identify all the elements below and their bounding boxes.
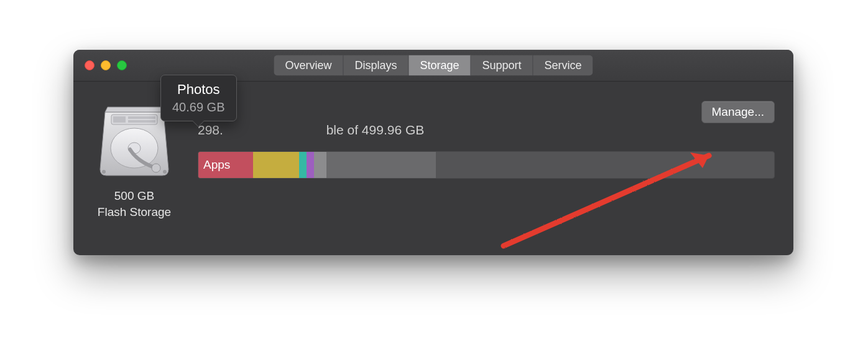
minimize-icon[interactable] <box>101 60 111 70</box>
tooltip-title: Photos <box>172 82 225 98</box>
tab-storage[interactable]: Storage <box>409 55 471 76</box>
volume-name: Mac <box>198 100 775 119</box>
storage-segment-other[interactable] <box>326 152 436 178</box>
storage-segment-apps[interactable]: Apps <box>198 152 253 178</box>
drive-capacity: 500 GB <box>114 189 154 202</box>
manage-button[interactable]: Manage... <box>701 101 775 123</box>
drive-capacity-label: 500 GB Flash Storage <box>85 188 184 220</box>
tooltip-size: 40.69 GB <box>172 100 225 115</box>
drive-type: Flash Storage <box>98 205 171 218</box>
storage-segment-photos[interactable] <box>253 152 299 178</box>
tab-support[interactable]: Support <box>471 55 533 76</box>
about-this-mac-window: OverviewDisplaysStorageSupportService <box>73 50 793 255</box>
volume-available: 298. XXXXXXXXXXX ble of 499.96 GB <box>198 123 775 138</box>
volume-panel: Manage... Mac 298. XXXXXXXXXXX ble of 49… <box>198 100 775 179</box>
storage-bar[interactable]: Apps <box>198 151 775 179</box>
svg-rect-3 <box>128 120 155 123</box>
tab-overview[interactable]: Overview <box>274 55 343 76</box>
tab-service[interactable]: Service <box>533 55 593 76</box>
svg-point-6 <box>152 164 160 172</box>
storage-segment-teal[interactable] <box>299 152 307 178</box>
storage-segment-label: Apps <box>203 158 230 172</box>
storage-segment-system-light[interactable] <box>314 152 326 178</box>
svg-rect-2 <box>128 116 155 119</box>
svg-point-7 <box>102 170 106 174</box>
svg-rect-1 <box>113 116 126 123</box>
content-area: 500 GB Flash Storage Manage... Mac 298. … <box>73 81 793 255</box>
zoom-icon[interactable] <box>117 60 127 70</box>
svg-point-8 <box>163 170 167 174</box>
tab-displays[interactable]: Displays <box>343 55 409 76</box>
close-icon[interactable] <box>85 60 95 70</box>
window-controls <box>85 60 127 70</box>
storage-tooltip: Photos 40.69 GB <box>160 75 237 121</box>
storage-segment-purple[interactable] <box>307 152 314 178</box>
tab-bar: OverviewDisplaysStorageSupportService <box>274 55 593 76</box>
